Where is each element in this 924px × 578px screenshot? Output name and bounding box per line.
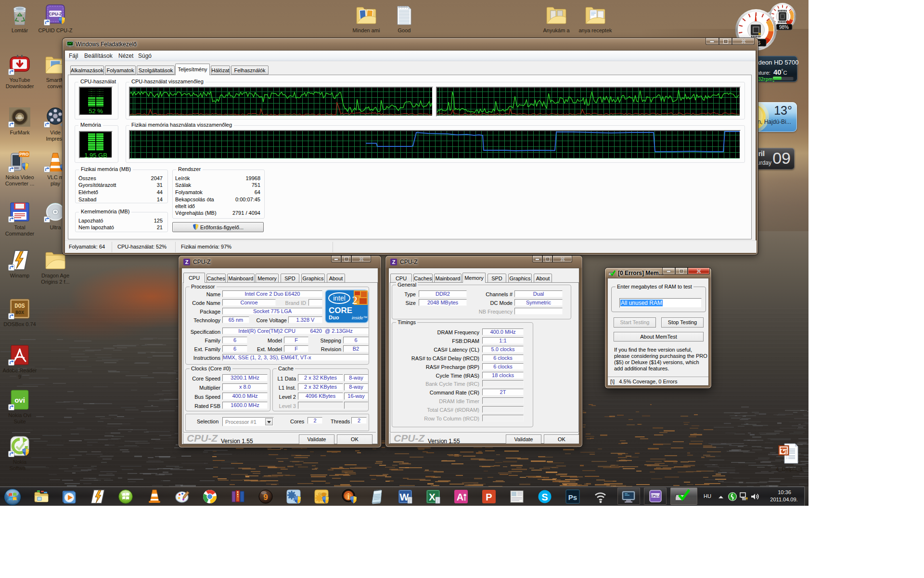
svg-text:S: S [541, 492, 548, 502]
svg-text:CPU-Z: CPU-Z [651, 494, 660, 498]
svg-text:2: 2 [352, 294, 358, 306]
svg-text:PRO: PRO [19, 152, 29, 157]
svg-text:ovi: ovi [14, 396, 25, 404]
svg-text:Duo: Duo [329, 315, 339, 320]
svg-text:Z: Z [392, 259, 396, 265]
svg-text:BOX: BOX [15, 310, 24, 315]
svg-text:Z: Z [185, 259, 189, 265]
svg-text:X: X [429, 492, 436, 502]
svg-text:inside™: inside™ [352, 315, 368, 320]
svg-text:CPU-Z: CPU-Z [49, 12, 62, 16]
svg-text:DOS: DOS [14, 303, 25, 310]
svg-text:Ps: Ps [568, 493, 577, 501]
svg-text:98%: 98% [779, 25, 789, 30]
svg-text:!: ! [746, 498, 747, 500]
svg-text:CORE: CORE [329, 306, 352, 315]
svg-text:intel: intel [333, 294, 346, 302]
svg-text:P: P [486, 492, 492, 502]
svg-text:MARK: MARK [15, 117, 24, 119]
svg-text:A: A [457, 492, 463, 502]
